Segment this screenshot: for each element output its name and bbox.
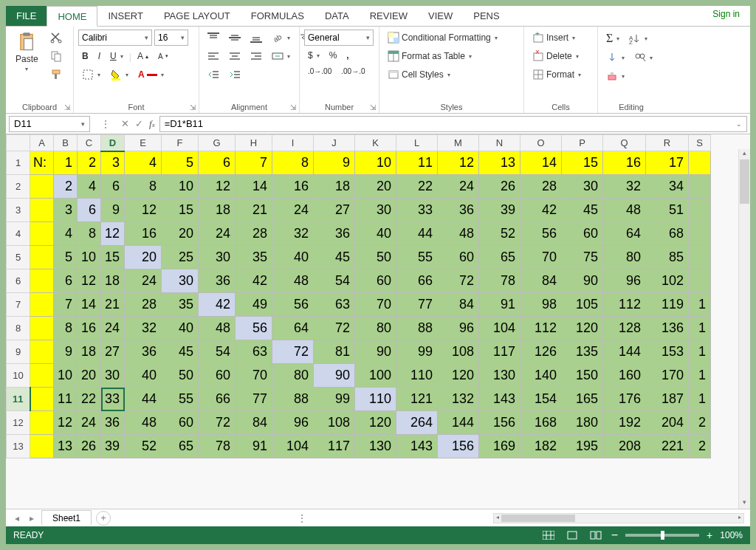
cell[interactable]: 48 (272, 269, 314, 293)
cell[interactable]: 50 (162, 364, 199, 388)
cell[interactable]: 14 (78, 293, 101, 317)
row-header-2[interactable]: 2 (7, 175, 30, 199)
cell[interactable]: 70 (355, 293, 396, 317)
cell[interactable]: 4 (54, 222, 78, 246)
cell[interactable]: 32 (125, 317, 162, 340)
tab-view[interactable]: VIEW (418, 6, 463, 26)
cell[interactable]: 78 (479, 269, 520, 293)
cell[interactable]: 9 (54, 340, 78, 364)
tab-nav-prev[interactable]: ◂ (12, 513, 22, 523)
col-header-L[interactable]: L (396, 135, 438, 151)
col-header-R[interactable]: R (646, 135, 689, 151)
cell[interactable]: 16 (272, 175, 314, 199)
cell[interactable]: 102 (646, 269, 689, 293)
cell[interactable]: 1 (54, 151, 78, 175)
increase-decimal-button[interactable]: .0→.00 (304, 65, 335, 78)
cell[interactable]: 7 (54, 293, 78, 317)
cell[interactable] (30, 411, 54, 435)
font-dialog-launcher[interactable]: ⇲ (190, 103, 196, 111)
cell[interactable]: 132 (438, 388, 479, 411)
cell[interactable]: 45 (562, 199, 603, 222)
align-top-button[interactable] (204, 30, 223, 46)
cell[interactable]: 80 (603, 246, 646, 269)
cell[interactable]: 1 (689, 388, 711, 411)
cell[interactable]: 119 (646, 293, 689, 317)
col-header-D[interactable]: D (101, 135, 125, 151)
cell[interactable]: 112 (603, 293, 646, 317)
cell[interactable]: 55 (396, 246, 438, 269)
row-header-3[interactable]: 3 (7, 199, 30, 222)
cell[interactable]: 11 (54, 388, 78, 411)
cell[interactable]: 5 (162, 151, 199, 175)
clear-button[interactable] (602, 68, 628, 84)
cell[interactable]: 50 (355, 246, 396, 269)
cell[interactable]: 24 (125, 269, 162, 293)
cell[interactable]: 153 (646, 340, 689, 364)
row-header-1[interactable]: 1 (7, 151, 30, 175)
cell[interactable]: 51 (646, 199, 689, 222)
cell[interactable]: 1 (689, 340, 711, 364)
cell[interactable]: 25 (162, 246, 199, 269)
cell[interactable]: 56 (236, 317, 272, 340)
cell[interactable]: 15 (562, 151, 603, 175)
cell[interactable]: 170 (646, 364, 689, 388)
cell[interactable]: 1 (689, 317, 711, 340)
cell[interactable]: 32 (603, 175, 646, 199)
col-header-E[interactable]: E (125, 135, 162, 151)
cell[interactable]: 120 (355, 411, 396, 435)
cell[interactable]: 16 (603, 151, 646, 175)
tab-home[interactable]: HOME (47, 6, 97, 27)
cell[interactable]: 169 (479, 435, 520, 458)
decrease-decimal-button[interactable]: .00→.0 (337, 65, 368, 78)
cell[interactable]: 143 (479, 388, 520, 411)
cell[interactable]: 60 (438, 246, 479, 269)
cell[interactable]: 40 (272, 246, 314, 269)
cell[interactable]: 81 (314, 340, 355, 364)
cell[interactable]: 96 (603, 269, 646, 293)
cell[interactable]: 39 (101, 435, 125, 458)
cell[interactable]: 105 (562, 293, 603, 317)
cell[interactable]: 176 (603, 388, 646, 411)
tab-pens[interactable]: PENS (463, 6, 509, 26)
row-header-5[interactable]: 5 (7, 246, 30, 269)
cell[interactable]: 91 (236, 435, 272, 458)
cell[interactable]: 136 (646, 317, 689, 340)
cell[interactable]: 27 (314, 199, 355, 222)
cell[interactable]: 100 (355, 364, 396, 388)
cell[interactable]: 110 (396, 364, 438, 388)
tab-page-layout[interactable]: PAGE LAYOUT (154, 6, 241, 26)
cell[interactable]: 21 (236, 199, 272, 222)
cell[interactable]: 88 (396, 317, 438, 340)
cell[interactable]: 54 (199, 340, 236, 364)
cell[interactable]: 112 (520, 317, 562, 340)
cell[interactable]: 14 (236, 175, 272, 199)
col-header-H[interactable]: H (236, 135, 272, 151)
sign-in-link[interactable]: Sign in (702, 6, 750, 26)
align-left-button[interactable] (204, 48, 223, 64)
zoom-slider[interactable] (625, 534, 699, 537)
cell[interactable]: 2 (689, 435, 711, 458)
cell[interactable]: 72 (314, 317, 355, 340)
cell[interactable]: 60 (355, 269, 396, 293)
row-header-9[interactable]: 9 (7, 340, 30, 364)
cell[interactable]: 49 (236, 293, 272, 317)
cell[interactable]: 30 (199, 246, 236, 269)
cell[interactable]: 126 (520, 340, 562, 364)
cell[interactable]: 36 (314, 222, 355, 246)
cell[interactable]: 10 (54, 364, 78, 388)
cell[interactable]: 35 (162, 293, 199, 317)
horizontal-scrollbar[interactable]: ◂ ▸ (493, 513, 744, 523)
percent-button[interactable]: % (326, 48, 341, 63)
cell[interactable]: 195 (562, 435, 603, 458)
tab-nav-next[interactable]: ▸ (27, 513, 37, 523)
cell[interactable]: 63 (314, 293, 355, 317)
italic-button[interactable]: I (94, 49, 104, 63)
cell[interactable]: 16 (78, 317, 101, 340)
cell[interactable]: 30 (355, 199, 396, 222)
cell[interactable]: 65 (162, 435, 199, 458)
cell[interactable]: 70 (520, 246, 562, 269)
cell[interactable]: 2 (689, 411, 711, 435)
cell[interactable]: 18 (101, 269, 125, 293)
cell[interactable]: 12 (438, 151, 479, 175)
insert-cells-button[interactable]: +Insert (529, 30, 593, 46)
